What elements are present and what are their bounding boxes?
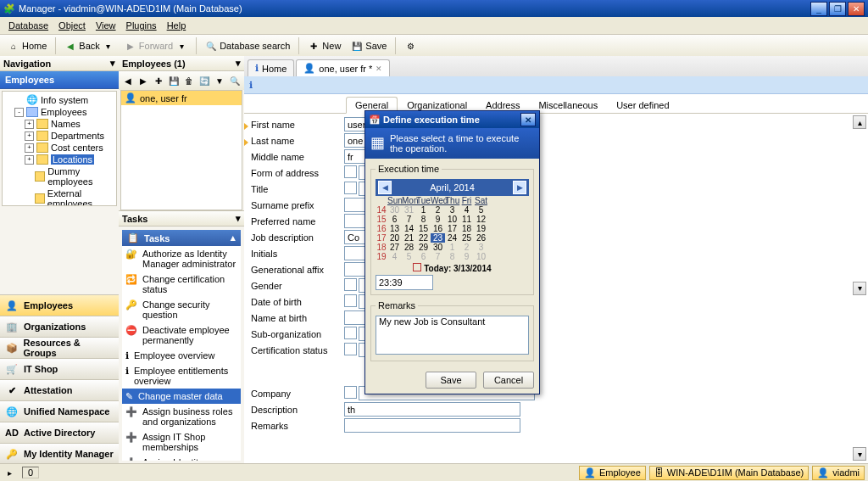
- task-item[interactable]: 🔑Change security question: [122, 297, 241, 322]
- tree-twisty[interactable]: +: [25, 155, 34, 165]
- calendar-day[interactable]: 9: [459, 252, 474, 261]
- calendar-day[interactable]: 30: [387, 205, 402, 215]
- menu-object[interactable]: Object: [53, 19, 91, 32]
- checkbox[interactable]: [344, 165, 357, 178]
- back-button[interactable]: ◀Back▾: [60, 37, 118, 54]
- calendar-day[interactable]: 22: [416, 233, 431, 243]
- calendar-day[interactable]: 5: [402, 252, 416, 261]
- delete-icon[interactable]: 🗑: [182, 73, 196, 88]
- nav-button[interactable]: 🛒IT Shop: [0, 358, 119, 379]
- prev-month-button[interactable]: ◀: [378, 181, 392, 194]
- checkbox[interactable]: [344, 343, 357, 355]
- calendar-day[interactable]: 12: [474, 215, 488, 224]
- task-item[interactable]: ➕Assign IT Shop memberships: [122, 429, 241, 455]
- calendar-day[interactable]: 5: [474, 205, 488, 215]
- calendar-day[interactable]: 7: [402, 215, 416, 224]
- calendar-day[interactable]: 20: [387, 233, 402, 243]
- tool-extra-1[interactable]: ⚙: [400, 37, 420, 54]
- dialog-cancel-button[interactable]: Cancel: [483, 372, 534, 389]
- calendar-day[interactable]: 19: [474, 224, 488, 233]
- nav-button[interactable]: ✔Attestation: [0, 379, 119, 400]
- tree-item[interactable]: Dummy employees: [47, 166, 114, 187]
- tree-item[interactable]: External employees: [47, 188, 114, 206]
- calendar-day[interactable]: 28: [402, 243, 416, 252]
- new-icon[interactable]: ✚: [152, 73, 165, 88]
- calendar-day[interactable]: 14: [402, 224, 416, 233]
- list-item[interactable]: 👤one, user fr: [121, 91, 242, 105]
- nav-button[interactable]: 📦Resources & Groups: [0, 337, 119, 358]
- save-button[interactable]: 💾Save: [347, 37, 391, 54]
- collapse-icon[interactable]: ▾: [110, 58, 115, 69]
- scroll-dn-icon[interactable]: ▾: [853, 282, 866, 295]
- task-item[interactable]: 🔐Authorize as Identity Manager administr…: [122, 246, 241, 271]
- tree-twisty[interactable]: +: [25, 120, 34, 129]
- expand-icon[interactable]: ▸: [3, 467, 15, 478]
- close-button[interactable]: ✕: [848, 2, 865, 16]
- status-connection[interactable]: 🗄WIN-ADE\D1IM (Main Database): [649, 466, 809, 480]
- menu-database[interactable]: Database: [3, 19, 53, 32]
- db-search-button[interactable]: 🔍Database search: [201, 37, 294, 54]
- status-user[interactable]: 👤viadmi: [812, 466, 865, 480]
- new-button[interactable]: ✚New: [303, 37, 345, 54]
- menu-view[interactable]: View: [91, 19, 121, 32]
- subtab[interactable]: User defined: [607, 97, 678, 113]
- filter-icon[interactable]: ▼: [213, 73, 226, 88]
- calendar-day[interactable]: 11: [459, 215, 474, 224]
- task-item[interactable]: ℹEmployee entitlements overview: [122, 363, 241, 389]
- remarks-input[interactable]: My new Job is Consultant: [376, 316, 529, 355]
- calendar-day[interactable]: 8: [416, 215, 431, 224]
- calendar-day[interactable]: 23: [431, 233, 445, 243]
- nav-button[interactable]: ADActive Directory: [0, 422, 119, 443]
- task-item[interactable]: ℹEmployee overview: [122, 348, 241, 363]
- tree-twisty[interactable]: -: [14, 108, 24, 117]
- today-label[interactable]: Today: 3/13/2014: [376, 261, 529, 275]
- checkbox[interactable]: [344, 386, 357, 399]
- scroll-dn2-icon[interactable]: ▾: [853, 447, 866, 461]
- task-item[interactable]: ➕Assign business roles and organizations: [122, 404, 241, 429]
- tree-item[interactable]: Cost centers: [51, 143, 103, 153]
- calendar-day[interactable]: 10: [474, 252, 488, 261]
- nav-tree[interactable]: 🌐Info system-Employees+Names+Departments…: [2, 91, 117, 206]
- search-icon[interactable]: 🔍: [228, 73, 242, 88]
- minimize-button[interactable]: _: [810, 2, 827, 16]
- dialog-titlebar[interactable]: 📅 Define execution time ✕: [365, 111, 539, 128]
- calendar-day[interactable]: 6: [387, 215, 402, 224]
- checkbox[interactable]: [344, 327, 357, 339]
- calendar-day[interactable]: 2: [459, 243, 474, 252]
- calendar-day[interactable]: 6: [416, 252, 431, 261]
- home-button[interactable]: ⌂Home: [3, 37, 51, 54]
- calendar-day[interactable]: 1: [445, 243, 459, 252]
- nav-fwd-icon[interactable]: ▶: [136, 73, 150, 88]
- collapse-icon[interactable]: ▾: [236, 58, 241, 69]
- tree-item[interactable]: Departments: [51, 131, 104, 141]
- calendar-day[interactable]: 3: [474, 243, 488, 252]
- dropdown-icon[interactable]: ▾: [175, 40, 187, 52]
- calendar-day[interactable]: 31: [402, 205, 416, 215]
- tree-item[interactable]: Employees: [41, 107, 86, 117]
- nav-button[interactable]: 🌐Unified Namespace: [0, 400, 119, 422]
- nav-back-icon[interactable]: ◀: [121, 73, 135, 88]
- task-item[interactable]: ✎Change master data: [122, 389, 241, 404]
- task-item[interactable]: ➕Assign Identity Manager application rol…: [122, 455, 241, 461]
- calendar-day[interactable]: 4: [387, 252, 402, 261]
- dialog-close-button[interactable]: ✕: [520, 113, 536, 126]
- calendar-day[interactable]: 26: [474, 233, 488, 243]
- dialog-save-button[interactable]: Save: [426, 372, 476, 389]
- tree-item[interactable]: Info system: [41, 95, 88, 105]
- collapse-icon[interactable]: ▾: [236, 213, 241, 224]
- tree-twisty[interactable]: +: [25, 131, 34, 141]
- calendar-day[interactable]: 8: [445, 252, 459, 261]
- calendar-day[interactable]: 9: [431, 215, 445, 224]
- close-tab-icon[interactable]: ✕: [376, 64, 382, 73]
- forward-button[interactable]: ▶Forward▾: [120, 37, 192, 54]
- calendar-day[interactable]: 16: [431, 224, 445, 233]
- tab-home[interactable]: ℹHome: [248, 59, 294, 76]
- calendar-grid[interactable]: SunMonTueWedThuFriSat1430311234515678910…: [376, 196, 529, 261]
- save-icon[interactable]: 💾: [167, 73, 181, 88]
- task-item[interactable]: 🔁Change certification status: [122, 271, 241, 297]
- calendar-day[interactable]: 7: [431, 252, 445, 261]
- tree-item[interactable]: Locations: [51, 154, 94, 165]
- calendar-day[interactable]: 2: [431, 205, 445, 215]
- calendar-day[interactable]: 30: [431, 243, 445, 252]
- time-input[interactable]: [376, 275, 433, 290]
